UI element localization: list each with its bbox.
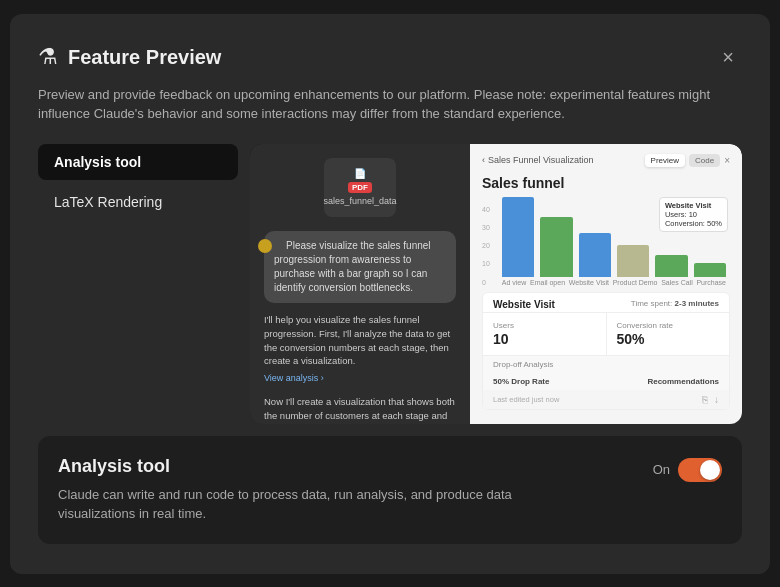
viz-close-icon[interactable]: × — [724, 155, 730, 166]
last-edited-row: Last edited just now ⎘ ↓ — [483, 390, 729, 409]
bar-email-open — [540, 217, 572, 277]
file-icon: 📄 — [354, 168, 366, 179]
time-spent: Time spent: 2-3 minutes — [631, 299, 719, 310]
viz-back-button[interactable]: ‹ Sales Funnel Visualization — [482, 155, 593, 165]
copy-icon[interactable]: ⎘ — [702, 394, 708, 405]
bar-ad-view — [502, 197, 534, 277]
flask-icon: ⚗ — [38, 44, 58, 70]
bar-sales-call — [655, 255, 687, 277]
modal-header: ⚗ Feature Preview × — [38, 42, 742, 73]
modal-description: Preview and provide feedback on upcoming… — [38, 85, 742, 124]
legend-users: Users: 10 — [665, 210, 722, 219]
file-name: sales_funnel_data — [323, 196, 396, 208]
viz-controls: Preview Code × — [645, 154, 730, 167]
info-section-title: Website Visit — [493, 299, 555, 310]
file-card: 📄 PDF sales_funnel_data — [324, 158, 396, 218]
download-icon[interactable]: ↓ — [714, 394, 719, 405]
user-message-text: Please visualize the sales funnel progre… — [274, 240, 431, 293]
sidebar: Analysis tool LaTeX Rendering — [38, 144, 238, 424]
feature-description: Claude can write and run code to process… — [58, 485, 538, 524]
bar-chart: Website Visit Users: 10 Conversion: 50% … — [498, 197, 730, 286]
chat-panel: 📄 PDF sales_funnel_data Please visualize… — [250, 144, 470, 424]
feature-section: Analysis tool Claude can write and run c… — [38, 436, 742, 544]
sidebar-item-analysis-tool[interactable]: Analysis tool — [38, 144, 238, 180]
bar-purchase — [694, 263, 726, 277]
chart-legend: Website Visit Users: 10 Conversion: 50% — [659, 197, 728, 232]
drop-stats-row: 50% Drop Rate Recommendations — [483, 373, 729, 390]
file-badge: PDF — [348, 182, 372, 193]
tab-code[interactable]: Code — [689, 154, 720, 167]
title-row: ⚗ Feature Preview — [38, 44, 221, 70]
feature-name: Analysis tool — [58, 456, 653, 477]
toggle-knob — [700, 460, 720, 480]
main-preview: 📄 PDF sales_funnel_data Please visualize… — [250, 144, 742, 424]
bar-website-visit — [579, 233, 611, 277]
chart-labels: Ad view Email open Website Visit Product… — [498, 277, 730, 286]
bar-product-demo — [617, 245, 649, 277]
toggle-label: On — [653, 462, 670, 477]
viz-topbar: ‹ Sales Funnel Visualization Preview Cod… — [482, 154, 730, 167]
chart-bars: Website Visit Users: 10 Conversion: 50% — [498, 197, 730, 277]
chart-title: Sales funnel — [482, 175, 730, 191]
feature-preview-modal: ⚗ Feature Preview × Preview and provide … — [10, 14, 770, 574]
viz-panel: ‹ Sales Funnel Visualization Preview Cod… — [470, 144, 742, 424]
preview-inner: 📄 PDF sales_funnel_data Please visualize… — [250, 144, 742, 424]
content-area: Analysis tool LaTeX Rendering 📄 PDF sale… — [38, 144, 742, 424]
info-section: Website Visit Time spent: 2-3 minutes Us… — [482, 292, 730, 410]
close-button[interactable]: × — [714, 42, 742, 73]
legend-conversion: Conversion: 50% — [665, 219, 722, 228]
feature-toggle[interactable] — [678, 458, 722, 482]
ai-response-1: I'll help you visualize the sales funnel… — [264, 313, 456, 385]
legend-title: Website Visit — [665, 201, 722, 210]
ai-response-2: Now I'll create a visualization that sho… — [264, 395, 456, 423]
drop-off-row: Drop-off Analysis — [483, 355, 729, 373]
toggle-area: On — [653, 458, 722, 482]
y-axis: 0 10 20 30 40 — [482, 206, 494, 286]
sidebar-item-latex-rendering[interactable]: LaTeX Rendering — [38, 184, 238, 220]
modal-title: Feature Preview — [68, 46, 221, 69]
info-values-row: Users 10 Conversion rate 50% — [483, 313, 729, 355]
chart-container: 0 10 20 30 40 — [482, 197, 730, 286]
tab-preview[interactable]: Preview — [645, 154, 685, 167]
conversion-cell: Conversion rate 50% — [607, 313, 730, 355]
view-analysis-link[interactable]: View analysis › — [264, 372, 456, 385]
info-header: Website Visit Time spent: 2-3 minutes — [483, 293, 729, 313]
feature-text: Analysis tool Claude can write and run c… — [58, 456, 653, 524]
users-cell: Users 10 — [483, 313, 607, 355]
user-message-bubble: Please visualize the sales funnel progre… — [264, 231, 456, 303]
viz-action-icons: ⎘ ↓ — [702, 394, 719, 405]
